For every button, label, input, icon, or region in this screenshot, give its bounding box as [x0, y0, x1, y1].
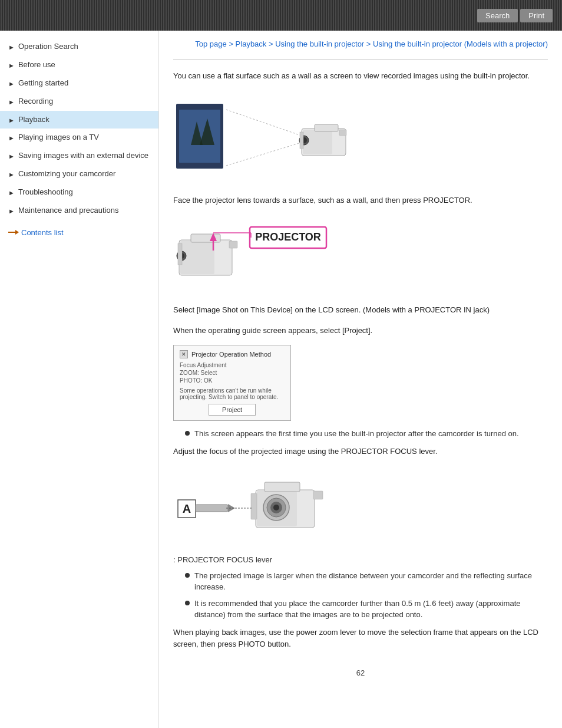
- projector-dialog: ✕ Projector Operation Method Focus Adjus…: [173, 345, 291, 421]
- sidebar-item-maintenance[interactable]: ► Maintenance and precautions: [0, 202, 158, 220]
- sidebar-label: Recording: [18, 97, 153, 107]
- sidebar-label: Operation Search: [18, 42, 153, 52]
- header-bar: Search Print: [0, 0, 562, 31]
- projection-diagram: [173, 92, 548, 185]
- contents-list-arrow-icon: [8, 229, 19, 236]
- sidebar-arrow-icon: ►: [8, 80, 15, 88]
- sidebar-arrow-icon: ►: [8, 98, 15, 106]
- svg-text:PROJECTOR: PROJECTOR: [255, 231, 321, 243]
- sidebar-item-recording[interactable]: ► Recording: [0, 93, 158, 111]
- sidebar-label: Maintenance and precautions: [18, 206, 153, 216]
- bullet-dot-icon: [185, 431, 190, 436]
- step3-text: Adjust the focus of the projected image …: [173, 446, 548, 458]
- svg-rect-12: [339, 130, 346, 136]
- dialog-line1: Focus Adjustment: [180, 362, 285, 368]
- sidebar-label: Getting started: [18, 78, 153, 88]
- bullet-item-1: This screen appears the first time you u…: [185, 428, 548, 440]
- svg-point-35: [273, 505, 279, 510]
- sidebar-item-operation-search[interactable]: ► Operation Search: [0, 38, 158, 56]
- intro-text: You can use a flat surface such as a wal…: [173, 70, 548, 83]
- projector-button-diagram: PROJECTOR: [173, 216, 548, 295]
- svg-marker-29: [228, 504, 235, 512]
- bullet-dot-icon-3: [185, 601, 190, 605]
- bullet-list-2: The projected image is larger when the d…: [185, 570, 548, 621]
- main-content: Top page > Playback > Using the built-in…: [159, 31, 562, 728]
- breadcrumb-sep2: >: [266, 39, 275, 48]
- bullet-text-2: The projected image is larger when the d…: [194, 570, 548, 593]
- svg-rect-37: [313, 491, 323, 499]
- focus-lever-diagram: A: [173, 467, 548, 546]
- sidebar-item-playing-images-tv[interactable]: ► Playing images on a TV: [0, 129, 158, 147]
- sidebar-arrow-icon: ►: [8, 116, 15, 124]
- breadcrumb-models[interactable]: Using the built-in projector (Models wit…: [373, 39, 548, 48]
- page-number: 62: [173, 668, 548, 677]
- bullet-list-1: This screen appears the first time you u…: [185, 428, 548, 440]
- sidebar-arrow-icon: ►: [8, 43, 15, 51]
- dialog-title-bar: ✕ Projector Operation Method: [180, 350, 285, 358]
- svg-rect-38: [251, 493, 257, 519]
- sidebar-arrow-icon: ►: [8, 207, 15, 215]
- dialog-title-text: Projector Operation Method: [191, 351, 271, 358]
- search-button[interactable]: Search: [477, 9, 518, 22]
- sidebar-arrow-icon: ►: [8, 61, 15, 70]
- bullet-text-3: It is recommended that you place the cam…: [194, 598, 548, 621]
- sidebar-arrow-icon: ►: [8, 134, 15, 142]
- sidebar-arrow-icon: ►: [8, 152, 15, 160]
- step1-text: Face the projector lens towards a surfac…: [173, 195, 548, 207]
- sidebar-item-getting-started[interactable]: ► Getting started: [0, 74, 158, 93]
- sidebar-item-before-use[interactable]: ► Before use: [0, 56, 158, 74]
- sidebar-item-saving-images[interactable]: ► Saving images with an external device: [0, 147, 158, 165]
- focus-label: : PROJECTOR FOCUS lever: [173, 555, 548, 564]
- sidebar-item-playback[interactable]: ► Playback: [0, 111, 158, 129]
- final-text: When playing back images, use the power …: [173, 627, 548, 651]
- sidebar-label: Playback: [18, 115, 153, 125]
- sidebar: ► Operation Search ► Before use ► Gettin…: [0, 31, 159, 728]
- contents-list-label: Contents list: [21, 228, 64, 237]
- dialog-note: Some operations can't be run while proje…: [180, 387, 285, 400]
- breadcrumb-top[interactable]: Top page: [195, 39, 227, 48]
- sidebar-label: Customizing your camcorder: [18, 169, 153, 179]
- dialog-project-button[interactable]: Project: [209, 404, 256, 416]
- sidebar-label: Troubleshooting: [18, 187, 153, 197]
- contents-list-link[interactable]: Contents list: [0, 222, 158, 243]
- dialog-close-icon[interactable]: ✕: [180, 350, 188, 358]
- sidebar-label: Saving images with an external device: [18, 151, 153, 161]
- svg-rect-28: [196, 505, 228, 512]
- sidebar-item-customizing[interactable]: ► Customizing your camcorder: [0, 165, 158, 183]
- svg-rect-36: [265, 482, 300, 492]
- sidebar-item-troubleshooting[interactable]: ► Troubleshooting: [0, 183, 158, 202]
- bullet-item-3: It is recommended that you place the cam…: [185, 598, 548, 621]
- content-divider: [173, 59, 548, 60]
- svg-rect-11: [315, 124, 338, 131]
- sidebar-label: Before use: [18, 60, 153, 70]
- sidebar-arrow-icon: ►: [8, 189, 15, 197]
- bullet-item-2: The projected image is larger when the d…: [185, 570, 548, 593]
- bullet-dot-icon-2: [185, 573, 190, 578]
- svg-line-4: [226, 110, 303, 136]
- sidebar-arrow-icon: ►: [8, 170, 15, 179]
- breadcrumb-playback[interactable]: Playback: [236, 39, 267, 48]
- svg-rect-19: [229, 241, 237, 248]
- svg-rect-17: [178, 243, 182, 265]
- step2-line2: When the operating guide screen appears,…: [173, 325, 548, 337]
- breadcrumb: Top page > Playback > Using the built-in…: [173, 39, 548, 50]
- step2-line1: Select [Image Shot on This Device] on th…: [173, 304, 548, 317]
- breadcrumb-sep1: >: [227, 39, 236, 48]
- svg-text:A: A: [183, 502, 191, 515]
- bullet-text-1: This screen appears the first time you u…: [194, 428, 519, 440]
- breadcrumb-using[interactable]: Using the built-in projector: [275, 39, 364, 48]
- dialog-line2: ZOOM: Select: [180, 370, 285, 376]
- svg-line-5: [226, 142, 303, 166]
- print-button[interactable]: Print: [520, 9, 553, 22]
- sidebar-label: Playing images on a TV: [18, 133, 153, 143]
- breadcrumb-sep3: >: [364, 39, 373, 48]
- svg-rect-10: [300, 132, 303, 149]
- dialog-line3: PHOTO: OK: [180, 377, 285, 384]
